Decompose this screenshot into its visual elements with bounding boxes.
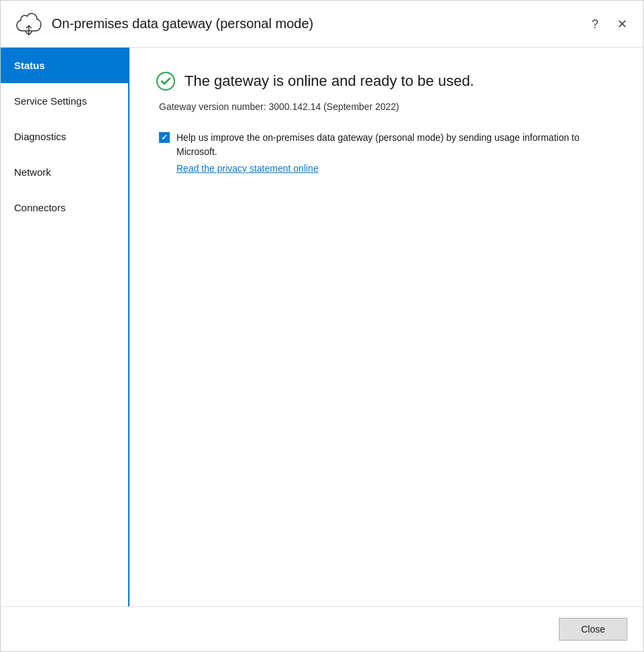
sidebar-item-network[interactable]: Network — [1, 154, 128, 190]
sidebar-item-status[interactable]: Status — [1, 48, 128, 83]
content-area: Status Service Settings Diagnostics Netw… — [1, 48, 643, 606]
svg-point-3 — [157, 72, 174, 90]
sidebar-item-diagnostics[interactable]: Diagnostics — [1, 119, 128, 154]
window-title: On-premises data gateway (personal mode) — [52, 16, 313, 32]
status-title: The gateway is online and ready to be us… — [184, 72, 474, 90]
sidebar-item-service-settings[interactable]: Service Settings — [1, 83, 128, 119]
sidebar: Status Service Settings Diagnostics Netw… — [1, 48, 129, 606]
footer: Close — [1, 606, 643, 651]
privacy-link[interactable]: Read the privacy statement online — [176, 163, 616, 174]
window-close-button[interactable]: ✕ — [612, 15, 633, 33]
privacy-text: Help us improve the on-premises data gat… — [176, 131, 616, 159]
help-button[interactable]: ? — [586, 15, 604, 33]
title-bar: On-premises data gateway (personal mode)… — [1, 1, 643, 48]
title-buttons: ? ✕ — [586, 15, 633, 33]
cloud-icon — [14, 11, 44, 38]
version-text: Gateway version number: 3000.142.14 (Sep… — [156, 101, 616, 112]
status-online-icon — [156, 72, 175, 91]
main-content: The gateway is online and ready to be us… — [129, 48, 643, 606]
close-button[interactable]: Close — [559, 618, 627, 641]
privacy-text-block: Help us improve the on-premises data gat… — [176, 131, 616, 174]
title-left: On-premises data gateway (personal mode) — [14, 11, 313, 38]
status-header: The gateway is online and ready to be us… — [156, 72, 616, 91]
privacy-checkbox[interactable] — [159, 132, 170, 143]
sidebar-item-connectors[interactable]: Connectors — [1, 190, 128, 225]
main-window: On-premises data gateway (personal mode)… — [0, 0, 644, 652]
privacy-section: Help us improve the on-premises data gat… — [156, 131, 616, 174]
